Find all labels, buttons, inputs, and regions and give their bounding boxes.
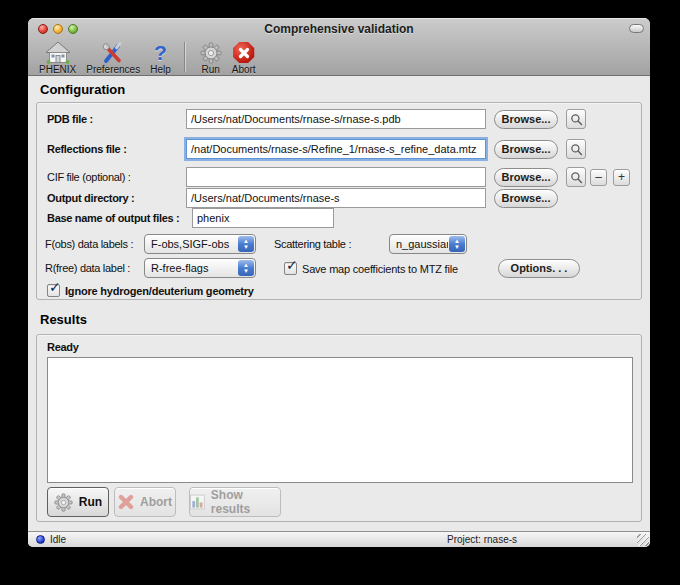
pdb-search-icon-button[interactable] (566, 109, 586, 129)
question-icon: ? (154, 41, 167, 64)
toolbar-label-phenix: PHENIX (39, 64, 76, 75)
save-map-label: Save map coefficients to MTZ file (302, 263, 458, 275)
results-heading: Results (40, 312, 87, 327)
results-status-text: Ready (47, 337, 79, 357)
check-icon: ✓ (49, 279, 61, 295)
cif-file-input[interactable] (186, 167, 486, 187)
ignore-hydrogen-checkbox-row: ✓ Ignore hydrogen/deuterium geometry (47, 283, 254, 298)
toolbar-item-phenix[interactable]: PHENIX (34, 41, 81, 75)
popup-arrows-icon: ▲▼ (238, 260, 254, 276)
popup-arrows-icon: ▲▼ (238, 236, 254, 252)
stop-icon (233, 41, 255, 64)
save-map-checkbox-row: ✓ Save map coefficients to MTZ file (284, 261, 458, 276)
gear-icon (54, 493, 73, 512)
base-name-input[interactable] (192, 208, 334, 228)
rfree-label-label: R(free) data label : (45, 258, 130, 278)
rfree-label-dropdown[interactable]: R-free-flags ▲▼ (144, 258, 256, 278)
window-chrome: Comprehensive validation (28, 18, 650, 76)
fobs-labels-dropdown[interactable]: F-obs,SIGF-obs ▲▼ (144, 234, 256, 254)
configuration-heading: Configuration (40, 82, 125, 97)
cif-add-button[interactable]: + (613, 169, 630, 186)
scattering-table-value: n_gaussian (390, 235, 448, 253)
toolbar-label-abort: Abort (232, 64, 256, 75)
toolbar-item-preferences[interactable]: Preferences (81, 41, 145, 75)
fobs-labels-label: F(obs) data labels : (45, 234, 133, 254)
toolbar-label-preferences: Preferences (86, 64, 140, 75)
toolbar-toggle-button[interactable] (629, 24, 644, 33)
output-directory-label: Output directory : (47, 188, 135, 208)
rfree-label-value: R-free-flags (145, 259, 237, 277)
results-groupbox: Ready Run (36, 334, 642, 522)
reflections-file-label: Reflections file : (47, 139, 127, 159)
run-button[interactable]: Run (47, 487, 109, 517)
bar-chart-icon (190, 494, 205, 510)
results-log[interactable] (47, 357, 633, 483)
toolbar-item-run[interactable]: Run (195, 41, 227, 75)
search-icon (570, 143, 583, 156)
pdb-file-input[interactable] (186, 109, 486, 129)
output-directory-browse-button[interactable]: Browse... (494, 189, 558, 208)
screen-background: Comprehensive validation (0, 0, 680, 585)
show-results-button[interactable]: Show results (189, 487, 281, 517)
scattering-table-dropdown[interactable]: n_gaussian ▲▼ (389, 234, 467, 254)
project-label: Project: rnase-s (447, 534, 517, 545)
cif-search-icon-button[interactable] (566, 167, 586, 187)
toolbar-separator (184, 42, 185, 72)
popup-arrows-icon: ▲▼ (449, 236, 465, 252)
status-led-icon (36, 535, 45, 544)
cif-browse-button[interactable]: Browse... (494, 168, 558, 187)
home-icon (45, 41, 71, 64)
check-icon: ✓ (286, 257, 298, 273)
abort-button-label: Abort (140, 495, 172, 509)
app-window: Comprehensive validation (28, 18, 650, 547)
toolbar-item-abort[interactable]: Abort (227, 41, 261, 75)
configuration-groupbox: PDB file : Browse... Reflections file : … (36, 102, 642, 300)
abort-button[interactable]: Abort (114, 487, 176, 517)
options-button[interactable]: Options. . . (498, 259, 580, 278)
status-bar: Idle Project: rnase-s (28, 531, 650, 547)
window-title: Comprehensive validation (28, 22, 650, 36)
search-icon (570, 171, 583, 184)
show-results-button-label: Show results (211, 488, 280, 516)
status-text: Idle (50, 534, 66, 545)
run-button-label: Run (79, 495, 102, 509)
toolbar-label-run: Run (202, 64, 220, 75)
output-directory-input[interactable] (186, 188, 486, 208)
reflections-file-input[interactable] (186, 139, 486, 159)
search-icon (570, 113, 583, 126)
cif-remove-button[interactable]: – (590, 169, 607, 186)
save-map-checkbox[interactable]: ✓ (284, 262, 297, 275)
titlebar[interactable]: Comprehensive validation (28, 18, 650, 40)
reflections-browse-button[interactable]: Browse... (494, 140, 558, 159)
toolbar-label-help: Help (150, 64, 171, 75)
toolbar-item-help[interactable]: ? Help (145, 41, 176, 75)
cif-file-label: CIF file (optional) : (47, 167, 131, 187)
abort-x-icon (118, 494, 134, 510)
pdb-browse-button[interactable]: Browse... (494, 110, 558, 129)
pdb-file-label: PDB file : (47, 109, 93, 129)
tools-icon (101, 41, 125, 64)
ignore-hydrogen-checkbox[interactable]: ✓ (47, 284, 60, 297)
fobs-labels-value: F-obs,SIGF-obs (145, 235, 237, 253)
base-name-label: Base name of output files : (47, 208, 179, 228)
gear-icon (200, 41, 222, 64)
toolbar: PHENIX Preferences (28, 40, 650, 76)
main-content: Configuration PDB file : Browse... Refle… (28, 76, 650, 531)
ignore-hydrogen-label: Ignore hydrogen/deuterium geometry (65, 285, 254, 297)
resize-grip[interactable] (637, 534, 649, 546)
scattering-table-label: Scattering table : (274, 234, 351, 254)
reflections-search-icon-button[interactable] (566, 139, 586, 159)
